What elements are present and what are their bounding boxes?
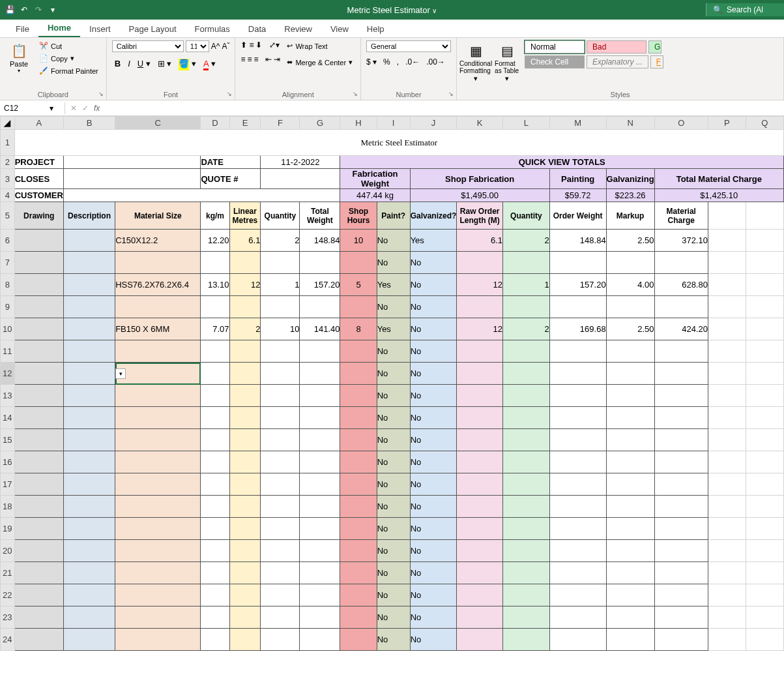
material-11[interactable]: [115, 340, 201, 363]
row-header-2[interactable]: 2: [1, 156, 15, 169]
spreadsheet-grid[interactable]: ◢ ABCDEFGHIJKLMNOPQ 1Metric Steel Estima…: [0, 116, 784, 688]
col-header-data-8[interactable]: Paint?: [377, 202, 410, 230]
fx-icon[interactable]: fx: [94, 104, 100, 113]
galv-10[interactable]: No: [410, 318, 457, 340]
galv-21[interactable]: No: [410, 562, 457, 584]
fill-color-button[interactable]: 🪣 ▾: [176, 57, 199, 70]
desc-14[interactable]: [63, 407, 115, 429]
row-header-18[interactable]: 18: [1, 496, 15, 518]
raw-18[interactable]: [457, 496, 503, 518]
paste-button[interactable]: 📋 Paste▾: [5, 40, 33, 76]
raw-6[interactable]: 6.1: [457, 230, 503, 252]
raw-23[interactable]: [457, 606, 503, 629]
align-middle-icon[interactable]: ≡: [249, 40, 254, 50]
desc-17[interactable]: [63, 473, 115, 496]
qty-21[interactable]: [261, 562, 300, 584]
drawing-11[interactable]: [14, 340, 63, 363]
val-quote[interactable]: [261, 169, 340, 189]
kgm-17[interactable]: [201, 473, 229, 496]
material-17[interactable]: [115, 473, 201, 496]
cell[interactable]: [746, 606, 783, 629]
material-20[interactable]: [115, 540, 201, 562]
galv-22[interactable]: No: [410, 584, 457, 606]
qty2-14[interactable]: [503, 407, 550, 429]
col-header-data-7[interactable]: Shop Hours: [340, 202, 377, 230]
raw-13[interactable]: [457, 385, 503, 407]
currency-icon[interactable]: $ ▾: [366, 57, 377, 67]
ow-9[interactable]: [549, 296, 606, 318]
cut-button[interactable]: ✂️Cut: [36, 40, 101, 52]
cell[interactable]: [708, 606, 746, 629]
mk-7[interactable]: [606, 252, 654, 274]
sh-22[interactable]: [340, 584, 377, 606]
qty2-8[interactable]: 1: [503, 274, 550, 296]
lm-12[interactable]: [229, 363, 261, 385]
row-header-7[interactable]: 7: [1, 252, 15, 274]
kgm-21[interactable]: [201, 562, 229, 584]
name-box-input[interactable]: [4, 104, 50, 113]
cell[interactable]: [708, 274, 746, 296]
desc-16[interactable]: [63, 451, 115, 473]
mk-6[interactable]: 2.50: [606, 230, 654, 252]
kgm-12[interactable]: [201, 363, 229, 385]
mc-11[interactable]: [654, 340, 708, 363]
cell[interactable]: [746, 385, 783, 407]
kgm-14[interactable]: [201, 407, 229, 429]
col-header-P[interactable]: P: [708, 117, 746, 130]
qty2-13[interactable]: [503, 385, 550, 407]
material-23[interactable]: [115, 606, 201, 629]
desc-13[interactable]: [63, 385, 115, 407]
sh-24[interactable]: [340, 629, 377, 651]
row-header-12[interactable]: 12: [1, 363, 15, 385]
row-header-8[interactable]: 8: [1, 274, 15, 296]
cell-style-good[interactable]: G: [648, 40, 661, 53]
drawing-6[interactable]: [14, 230, 63, 252]
galv-19[interactable]: No: [410, 518, 457, 540]
galv-23[interactable]: No: [410, 606, 457, 629]
val-date[interactable]: 11-2-2022: [261, 156, 340, 169]
raw-16[interactable]: [457, 451, 503, 473]
row-header-9[interactable]: 9: [1, 296, 15, 318]
col-header-data-2[interactable]: Material Size: [115, 202, 201, 230]
mc-22[interactable]: [654, 584, 708, 606]
desc-21[interactable]: [63, 562, 115, 584]
row-header-16[interactable]: 16: [1, 451, 15, 473]
col-header-C[interactable]: C: [115, 117, 201, 130]
qty-23[interactable]: [261, 606, 300, 629]
material-13[interactable]: [115, 385, 201, 407]
paint-11[interactable]: No: [377, 340, 410, 363]
val-fabweight[interactable]: 447.44 kg: [340, 189, 410, 202]
qty2-15[interactable]: [503, 429, 550, 451]
qty2-19[interactable]: [503, 518, 550, 540]
qty2-21[interactable]: [503, 562, 550, 584]
label-shopfab[interactable]: Shop Fabrication: [410, 169, 549, 189]
number-format-select[interactable]: General: [366, 40, 451, 52]
col-header-data-10[interactable]: Raw Order Length (M): [457, 202, 503, 230]
mc-20[interactable]: [654, 540, 708, 562]
cell[interactable]: [708, 584, 746, 606]
lm-13[interactable]: [229, 385, 261, 407]
cell[interactable]: [746, 296, 783, 318]
cell[interactable]: [746, 363, 783, 385]
cell[interactable]: [708, 230, 746, 252]
drawing-9[interactable]: [14, 296, 63, 318]
val-project[interactable]: [63, 156, 201, 169]
lm-19[interactable]: [229, 518, 261, 540]
mk-14[interactable]: [606, 407, 654, 429]
col-header-D[interactable]: D: [201, 117, 229, 130]
cell[interactable]: [708, 473, 746, 496]
mk-13[interactable]: [606, 385, 654, 407]
galv-14[interactable]: No: [410, 407, 457, 429]
raw-11[interactable]: [457, 340, 503, 363]
desc-6[interactable]: [63, 230, 115, 252]
cell[interactable]: [746, 540, 783, 562]
orientation-icon[interactable]: ⤢▾: [269, 40, 280, 50]
cell-style-check[interactable]: Check Cell: [525, 55, 585, 68]
label-quickview[interactable]: QUICK VIEW TOTALS: [340, 156, 784, 169]
align-center-icon[interactable]: ≡: [247, 55, 252, 64]
sh-12[interactable]: [340, 363, 377, 385]
drawing-16[interactable]: [14, 451, 63, 473]
mk-17[interactable]: [606, 473, 654, 496]
row-header-15[interactable]: 15: [1, 429, 15, 451]
paint-19[interactable]: No: [377, 518, 410, 540]
